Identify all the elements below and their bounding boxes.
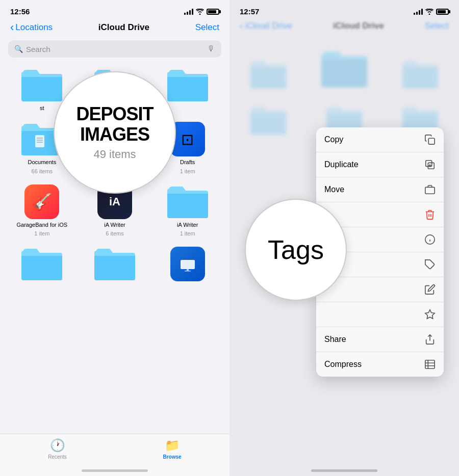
rename-icon — [424, 284, 436, 295]
left-phone: 12:56 ‹ Locations iCloud Drive Select — [0, 0, 230, 476]
browse-icon: 📁 — [165, 438, 180, 453]
file-name: iA Writer — [104, 221, 125, 228]
wifi-icon — [196, 9, 204, 15]
svg-rect-9 — [185, 271, 191, 272]
blurred-nav-right: ‹ iCloud Drive iCloud Drive Select — [230, 19, 459, 35]
move-icon — [424, 184, 436, 195]
file-name: Documents — [28, 158, 57, 166]
microphone-icon[interactable]: 🎙 — [207, 44, 215, 54]
tab-browse[interactable]: 📁 Browse — [115, 438, 230, 460]
menu-item-share[interactable]: Share — [316, 327, 444, 352]
status-bar-left: 12:56 — [0, 0, 230, 19]
search-input[interactable]: Search — [26, 45, 204, 54]
battery-icon-left — [207, 9, 219, 15]
list-item[interactable] — [8, 247, 76, 281]
nav-title-left: iCloud Drive — [98, 22, 149, 33]
home-indicator-right — [311, 469, 377, 472]
menu-item-compress[interactable]: Compress — [316, 352, 444, 377]
menu-label-share: Share — [324, 335, 346, 344]
svg-rect-22 — [425, 360, 435, 369]
right-phone: 12:57 ‹ iCloud Drive iCloud Drive Select — [230, 0, 459, 476]
deposit-title: DEPOSIT IMAGES — [76, 104, 153, 144]
menu-item-copy[interactable]: Copy — [316, 127, 444, 152]
wifi-icon-right — [425, 9, 434, 15]
menu-label-compress: Compress — [324, 360, 362, 369]
status-icons-right — [414, 9, 449, 15]
status-time-right: 12:57 — [240, 7, 259, 16]
file-count: 1 item — [180, 230, 195, 236]
recents-icon: 🕐 — [50, 438, 65, 453]
file-name: Drafts — [180, 158, 195, 166]
share-icon — [424, 334, 436, 345]
star-icon — [424, 309, 436, 320]
tab-recents-label: Recents — [48, 454, 67, 460]
file-count: 1 item — [34, 230, 49, 236]
svg-rect-0 — [35, 135, 44, 147]
compress-icon — [424, 359, 436, 370]
keynote-icon — [170, 247, 205, 281]
file-name: GarageBand for iOS — [16, 221, 67, 228]
battery-icon-right — [436, 9, 449, 15]
svg-rect-10 — [428, 138, 435, 144]
search-bar[interactable]: 🔍 Search 🎙 — [8, 40, 221, 58]
tags-overlay: Tags — [245, 199, 347, 301]
menu-label-copy: Copy — [324, 135, 343, 144]
home-indicator-left — [82, 469, 148, 472]
menu-item-duplicate[interactable]: Duplicate — [316, 152, 444, 177]
status-icons-left — [184, 9, 219, 15]
deposit-count: 49 items — [93, 148, 136, 161]
trash-icon — [424, 209, 436, 220]
list-item[interactable]: 🎸 GarageBand for iOS 1 item — [8, 184, 76, 236]
search-icon: 🔍 — [14, 45, 23, 53]
info-icon — [424, 234, 436, 245]
list-item[interactable]: iA Writer 1 item — [154, 184, 221, 236]
svg-rect-8 — [187, 269, 189, 271]
garageband-icon: 🎸 — [24, 184, 59, 219]
tag-icon — [424, 259, 436, 270]
menu-label-move: Move — [324, 185, 344, 194]
tab-browse-label: Browse — [163, 454, 181, 460]
copy-icon — [424, 134, 436, 145]
nav-bar-left: ‹ Locations iCloud Drive Select — [0, 19, 230, 38]
signal-icon — [184, 9, 193, 15]
file-count: 1 item — [180, 168, 195, 174]
menu-label-duplicate: Duplicate — [324, 160, 359, 169]
file-name: iA Writer — [177, 221, 198, 228]
signal-icon-right — [414, 9, 423, 15]
menu-item-favorite[interactable] — [316, 302, 444, 327]
list-item[interactable] — [154, 247, 221, 281]
menu-item-move[interactable]: Move — [316, 177, 444, 202]
status-time-left: 12:56 — [10, 7, 30, 16]
svg-marker-20 — [425, 310, 435, 319]
select-button[interactable]: Select — [195, 22, 219, 33]
back-label: Locations — [15, 22, 53, 33]
file-count: 6 items — [106, 230, 123, 236]
tab-recents[interactable]: 🕐 Recents — [0, 438, 115, 460]
svg-rect-7 — [181, 260, 195, 269]
list-item[interactable] — [81, 247, 149, 281]
file-name: st — [40, 104, 44, 112]
chevron-left-icon: ‹ — [10, 21, 14, 34]
back-button[interactable]: ‹ Locations — [10, 21, 53, 34]
svg-rect-15 — [425, 187, 435, 194]
duplicate-icon — [424, 159, 436, 170]
tags-label: Tags — [268, 234, 324, 265]
status-bar-right: 12:57 — [230, 0, 459, 19]
file-count: 66 items — [32, 168, 53, 174]
deposit-images-overlay: DEPOSIT IMAGES 49 items — [54, 71, 176, 194]
